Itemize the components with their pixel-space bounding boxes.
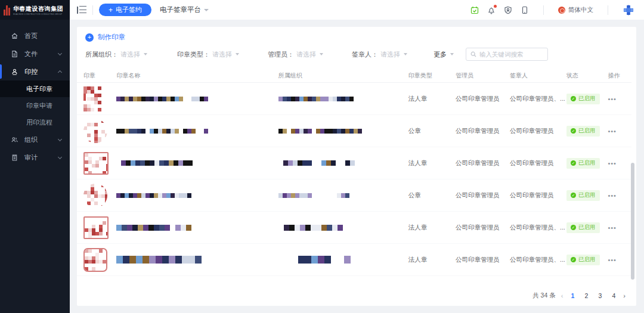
- table-row: 法人章 公司印章管理员 公司印章管理员、... ✓已启用 •••: [77, 212, 631, 244]
- table-row: 法人章 公司印章管理员 公司印章管理员 ✓已启用 •••: [77, 147, 631, 179]
- building-logo-icon: [4, 5, 10, 16]
- search-icon: [470, 51, 476, 57]
- chevron-down-icon: [58, 154, 62, 159]
- chevron-down-icon: [450, 53, 454, 55]
- chevron-down-icon: [320, 53, 323, 55]
- platform-switcher[interactable]: 电子签章平台: [160, 5, 209, 14]
- status-badge: ✓已启用: [566, 94, 600, 104]
- sidebar-item-audit[interactable]: 审计: [0, 148, 70, 166]
- chevron-down-icon: [58, 137, 62, 141]
- filter-admin[interactable]: 管理员： 请选择: [268, 50, 323, 59]
- sidebar-item-label: 印控: [24, 67, 38, 76]
- status-badge: ✓已启用: [566, 126, 600, 137]
- home-icon: [11, 32, 18, 40]
- redacted-organization: [278, 225, 408, 231]
- table-header: 印章 印章名称 所属组织 印章类型 管理员 签章人 状态 操作: [77, 69, 631, 83]
- filter-organization[interactable]: 所属组织： 请选择: [85, 50, 147, 59]
- mobile-phone-icon[interactable]: [521, 6, 529, 14]
- seal-type: 法人章: [408, 256, 456, 264]
- column-header: 所属组织: [278, 72, 408, 80]
- row-actions-button[interactable]: •••: [608, 256, 617, 264]
- next-page-button[interactable]: ›: [623, 292, 626, 299]
- page-number[interactable]: 3: [596, 292, 604, 299]
- page-number[interactable]: 2: [582, 292, 590, 299]
- create-seal-button[interactable]: + 制作印章: [85, 33, 125, 42]
- filter-signer[interactable]: 签章人： 请选择: [352, 50, 407, 59]
- create-seal-label: 制作印章: [98, 33, 125, 42]
- sidebar-item-label: 审计: [24, 153, 38, 162]
- table-row: 公章 公司印章管理员 公司印章管理员 ✓已启用 •••: [77, 115, 631, 147]
- chevron-down-icon: [58, 51, 62, 55]
- row-actions-button[interactable]: •••: [608, 224, 617, 231]
- row-actions-button[interactable]: •••: [608, 128, 617, 135]
- e-sign-button[interactable]: + 电子签约: [99, 4, 151, 16]
- column-header: 状态: [566, 72, 608, 80]
- seal-signer: 公司印章管理员: [510, 159, 566, 168]
- seal-type: 法人章: [408, 159, 456, 168]
- sidebar-subitem-electronic-seal[interactable]: 电子印章: [0, 80, 70, 97]
- status-badge: ✓已启用: [566, 255, 600, 265]
- user-avatar[interactable]: [623, 4, 634, 16]
- check-icon: ✓: [571, 257, 576, 262]
- column-header: 签章人: [510, 72, 566, 80]
- prev-page-button[interactable]: ‹: [561, 292, 564, 299]
- chevron-down-icon: [144, 53, 147, 55]
- sidebar-item-files[interactable]: 文件: [0, 45, 70, 63]
- column-header: 印章名称: [116, 72, 278, 80]
- seal-type: 公章: [408, 191, 456, 200]
- row-actions-button[interactable]: •••: [608, 192, 617, 199]
- sidebar-item-seal-control[interactable]: 印控: [0, 63, 70, 80]
- sidebar-item-organization[interactable]: 组织: [0, 131, 70, 148]
- chevron-up-icon: [58, 70, 62, 74]
- seal-admin: 公司印章管理员: [456, 191, 510, 200]
- table-body: 法人章 公司印章管理员 公司印章管理员、... ✓已启用 ••• 公章 公司印章…: [77, 83, 631, 276]
- search-input[interactable]: [479, 51, 543, 58]
- shield-icon[interactable]: [504, 6, 512, 14]
- filter-seal-type[interactable]: 印章类型： 请选择: [177, 50, 239, 59]
- sidebar-subitem-label: 电子印章: [26, 85, 52, 94]
- pagination: 共 34 条 ‹ 1 2 3 4 ›: [532, 292, 626, 300]
- plus-circle-icon: +: [85, 33, 94, 42]
- check-icon: ✓: [571, 128, 576, 134]
- main-content: + 制作印章 所属组织： 请选择 印章类型： 请选择 管理员： 请选择 签章人：…: [70, 20, 644, 313]
- redacted-seal-name: [116, 225, 278, 231]
- seal-control-icon: [11, 68, 18, 76]
- plus-icon: +: [109, 7, 113, 14]
- seal-image: [83, 184, 107, 207]
- scrollbar-thumb[interactable]: [631, 163, 634, 280]
- language-switcher[interactable]: 简体中文: [558, 6, 593, 14]
- redacted-seal-name: [116, 193, 278, 198]
- calendar-check-icon[interactable]: [470, 6, 479, 14]
- seal-admin: 公司印章管理员: [456, 127, 510, 135]
- active-indicator: [0, 64, 2, 79]
- sidebar-subitem-seal-usage-flow[interactable]: 用印流程: [0, 114, 70, 131]
- total-count: 共 34 条: [532, 292, 556, 300]
- seal-signer: 公司印章管理员、...: [510, 95, 566, 103]
- sidebar-subitem-seal-application[interactable]: 印章申请: [0, 97, 70, 114]
- column-header: 管理员: [456, 72, 510, 80]
- notification-bell-icon[interactable]: [487, 6, 496, 14]
- seal-signer: 公司印章管理员: [510, 191, 566, 200]
- seal-admin: 公司印章管理员: [456, 256, 510, 264]
- collapse-sidebar-icon[interactable]: [77, 6, 86, 14]
- redacted-seal-name: [116, 97, 278, 101]
- file-icon: [11, 50, 18, 58]
- row-actions-button[interactable]: •••: [608, 95, 617, 103]
- more-filters-button[interactable]: 更多: [434, 50, 454, 59]
- redacted-organization: [278, 256, 408, 264]
- sidebar: 华春建设咨询集团 HUACHUN CONSTRUCTION CONSULTING…: [0, 0, 70, 313]
- redacted-organization: [278, 160, 408, 166]
- seal-admin: 公司印章管理员: [456, 95, 510, 103]
- column-header: 操作: [608, 72, 631, 80]
- table-row: 公章 公司印章管理员 公司印章管理员 ✓已启用 •••: [77, 179, 631, 212]
- divider: [92, 5, 93, 15]
- row-actions-button[interactable]: •••: [608, 160, 617, 167]
- sidebar-item-home[interactable]: 首页: [0, 27, 70, 45]
- page-number[interactable]: 4: [609, 292, 618, 299]
- page-number[interactable]: 1: [568, 292, 577, 299]
- globe-icon: [558, 7, 565, 14]
- notification-badge: [494, 5, 497, 8]
- redacted-seal-name: [116, 256, 278, 264]
- redacted-seal-name: [116, 160, 278, 166]
- status-badge: ✓已启用: [566, 222, 600, 233]
